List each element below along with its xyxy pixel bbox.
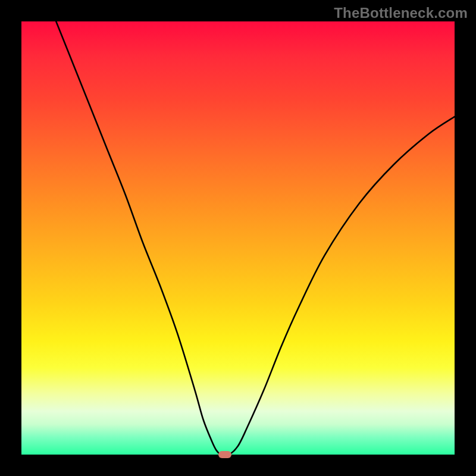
minimum-marker xyxy=(218,451,231,458)
plot-area xyxy=(21,21,455,455)
bottleneck-curve xyxy=(21,21,455,455)
chart-frame: TheBottleneck.com xyxy=(0,0,476,476)
watermark-text: TheBottleneck.com xyxy=(334,5,468,21)
